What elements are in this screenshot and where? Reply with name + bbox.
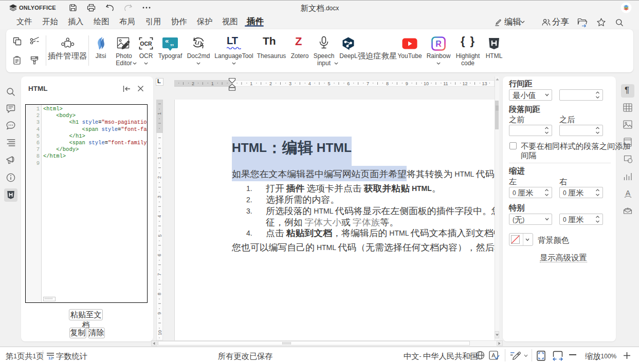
svg-text:7: 7 [157,273,162,276]
svg-text:2: 2 [157,176,162,179]
svg-text:R: R [435,40,442,48]
svg-text:2: 2 [269,81,272,86]
svg-text:7: 7 [367,81,369,86]
svg-text:1: 1 [157,112,162,115]
svg-text:10: 10 [424,81,429,86]
svg-text:9: 9 [406,81,408,86]
svg-text:6: 6 [347,81,350,86]
svg-text:1: 1 [211,81,214,86]
svg-text:5: 5 [157,234,162,237]
svg-text:8: 8 [386,81,389,86]
svg-text:1: 1 [157,157,162,159]
svg-text:A: A [626,189,631,197]
svg-text:9: 9 [157,312,162,315]
svg-text:12: 12 [48,356,52,360]
svg-text:5: 5 [327,81,330,86]
svg-text:1: 1 [250,81,252,86]
svg-text:12: 12 [463,81,468,86]
svg-text:4: 4 [308,81,311,86]
svg-text:3: 3 [289,81,291,86]
svg-text:8: 8 [157,293,162,295]
svg-text:2: 2 [192,81,194,86]
svg-text:OCR: OCR [140,41,152,47]
svg-text:13: 13 [482,81,487,86]
svg-text:6: 6 [157,254,162,256]
svg-text:11: 11 [443,81,448,86]
svg-text:4: 4 [157,215,162,218]
svg-text:3: 3 [157,196,162,198]
svg-text:10: 10 [157,330,162,335]
